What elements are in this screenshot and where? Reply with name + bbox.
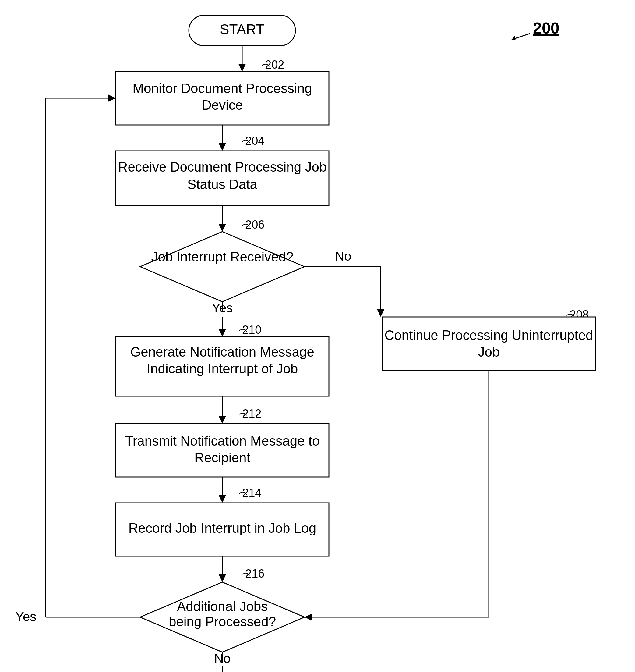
svg-marker-19 (219, 574, 226, 582)
step-208-label: Continue Processing Uninterrupted (385, 328, 593, 342)
decision-206-label: Job Interrupt Received? (151, 249, 293, 264)
step-210-label: Generate Notification Message (130, 344, 314, 359)
decision-216-label2: being Processed? (169, 614, 276, 629)
svg-marker-17 (219, 495, 226, 503)
svg-marker-13 (377, 309, 384, 317)
step-208-label2: Job (478, 344, 500, 359)
diagram-ref-number: 200 (533, 19, 560, 37)
yes-label-216: Yes (16, 610, 37, 624)
svg-marker-1 (512, 36, 516, 40)
svg-marker-5 (219, 143, 226, 151)
svg-marker-15 (219, 416, 226, 424)
step-204-label2: Status Data (187, 177, 257, 192)
start-label: START (220, 21, 265, 37)
flowchart-diagram: 200 START 202 Monitor Document Processin… (0, 0, 635, 672)
svg-marker-26 (108, 94, 116, 102)
step-210-label2: Indicating Interrupt of Job (147, 361, 298, 376)
decision-206-diamond (140, 232, 305, 302)
step-204-label: Receive Document Processing Job (118, 160, 327, 174)
svg-marker-10 (219, 329, 226, 337)
svg-marker-3 (239, 64, 246, 71)
decision-216-label: Additional Jobs (177, 599, 268, 614)
step-208-box (382, 317, 595, 370)
step-202-label2: Device (202, 98, 243, 112)
step-212-label: Transmit Notification Message to (125, 433, 320, 448)
svg-marker-7 (219, 224, 226, 232)
step-214-label: Record Job Interrupt in Job Log (129, 521, 316, 536)
no-label-206: No (335, 249, 351, 263)
step-212-label2: Recipient (194, 450, 250, 465)
step-202-label: Monitor Document Processing (132, 81, 312, 96)
svg-marker-29 (305, 613, 312, 621)
